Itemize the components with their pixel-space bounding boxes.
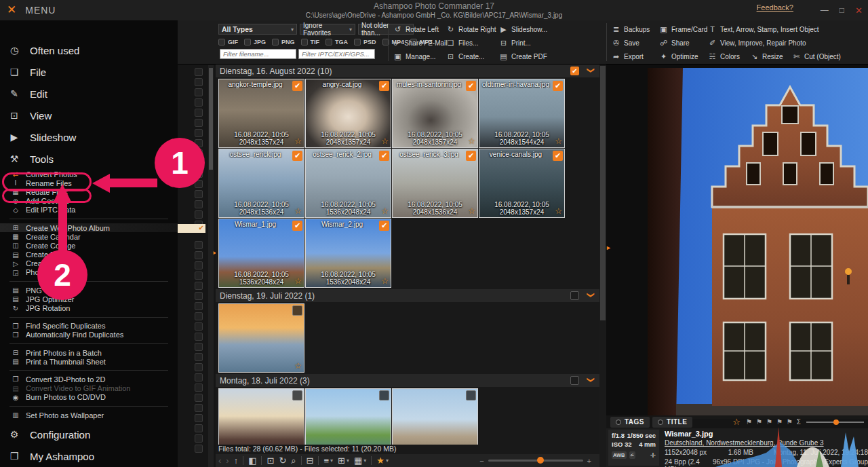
folder-checkbox[interactable] bbox=[195, 404, 203, 412]
photo-checkbox[interactable]: ✔ bbox=[379, 151, 389, 161]
tool-cut-object[interactable]: ✄Cut (Object) bbox=[792, 52, 846, 61]
folder-checkbox[interactable] bbox=[195, 98, 203, 107]
menu-item-jpg-optimizer[interactable]: ▤JPG Optimizer bbox=[0, 295, 178, 303]
tab-tags[interactable]: TAGS bbox=[610, 417, 650, 428]
menu-item-configuration[interactable]: ⚙Configuration bbox=[0, 424, 178, 445]
meta-filter-input[interactable] bbox=[298, 49, 375, 59]
action-create[interactable]: ⊡Create... bbox=[446, 50, 499, 63]
favorites-filter-dropdown[interactable]: Ignore Favorites ▾ bbox=[300, 24, 355, 35]
flag-2-icon[interactable]: ⚑ bbox=[756, 418, 762, 426]
flag-4-icon[interactable]: ⚑ bbox=[776, 418, 783, 426]
photo-checkbox[interactable] bbox=[292, 305, 302, 316]
menu-item-find-specific-duplicates[interactable]: ❐Find Specific Duplicates bbox=[0, 322, 178, 331]
selected-folder-row[interactable]: ✔ bbox=[178, 224, 205, 233]
folder-checkbox[interactable] bbox=[195, 109, 203, 117]
favorite-star-icon[interactable]: ☆ bbox=[381, 206, 389, 216]
back-icon[interactable]: ‹ bbox=[218, 455, 221, 466]
action-share-e-mail[interactable]: ☍Share / E-Mail bbox=[393, 36, 446, 50]
menu-item-create-calendar[interactable]: ▦Create Calendar bbox=[0, 232, 178, 241]
menu-item-view[interactable]: ⊡View bbox=[0, 105, 178, 126]
folder-checkbox[interactable] bbox=[195, 343, 203, 351]
photo-thumbnail[interactable]: ☆ bbox=[218, 303, 304, 373]
zoom-slider[interactable] bbox=[488, 460, 583, 462]
menu-item-print-photos-in-a-batch[interactable]: ⊟Print Photos in a Batch bbox=[0, 348, 178, 357]
folder-checkbox[interactable] bbox=[195, 292, 203, 300]
favorite-star-icon[interactable]: ☆ bbox=[294, 361, 302, 371]
folder-checkbox[interactable] bbox=[195, 190, 203, 198]
flag-3-icon[interactable]: ⚑ bbox=[766, 418, 772, 426]
menu-item-often-used[interactable]: ◷Often used bbox=[0, 39, 178, 61]
photo-checkbox[interactable]: ✔ bbox=[466, 151, 476, 161]
menu-item-create-web-photo-album[interactable]: ⊞Create Web Photo Album bbox=[0, 223, 178, 232]
menu-item-file[interactable]: ❏File bbox=[0, 61, 178, 83]
folder-checkbox[interactable] bbox=[195, 394, 203, 402]
folder-checkbox[interactable] bbox=[195, 282, 203, 290]
action-slideshow[interactable]: ▶Slideshow... bbox=[499, 22, 560, 36]
tool-export[interactable]: ➦Export bbox=[612, 52, 659, 61]
magnifier-icon[interactable]: ⌕ bbox=[291, 455, 296, 466]
folder-checkbox[interactable] bbox=[195, 210, 203, 219]
favorite-star-icon[interactable]: ☆ bbox=[732, 417, 741, 427]
photo-checkbox[interactable]: ✔ bbox=[553, 81, 563, 91]
photo-checkbox[interactable]: ✔ bbox=[379, 81, 389, 91]
photo-checkbox[interactable] bbox=[292, 390, 302, 400]
photo-checkbox[interactable]: ✔ bbox=[292, 221, 302, 231]
minimize-button[interactable]: — bbox=[821, 5, 829, 15]
forward-icon[interactable]: › bbox=[226, 455, 229, 466]
folder-checkbox[interactable] bbox=[195, 272, 203, 280]
folder-checkbox[interactable] bbox=[195, 78, 203, 86]
photo-thumbnail-wismar-1-jpg[interactable]: Wismar_1.jpg✔16.08.2022, 10:051536x2048x… bbox=[218, 219, 304, 288]
favorite-star-icon[interactable]: ☆ bbox=[555, 136, 562, 146]
photo-thumbnail-venice-canals-jpg[interactable]: venice-canals.jpg✔16.08.2022, 10:052048x… bbox=[479, 149, 565, 218]
folder-checkbox[interactable] bbox=[195, 353, 203, 361]
tab-title[interactable]: TITLE bbox=[652, 417, 692, 428]
action-rotate-left[interactable]: ↺Rotate Left bbox=[393, 22, 446, 36]
photo-thumbnail[interactable] bbox=[305, 388, 391, 445]
tool-colors[interactable]: ☵Colors bbox=[708, 52, 750, 61]
photo-thumbnail-ostsee-rerick-2-jpg[interactable]: ostsee_rerick_2.jpg✔16.08.2022, 10:05153… bbox=[305, 149, 391, 218]
menu-item-automatically-find-duplicates[interactable]: ❐Automatically Find Duplicates bbox=[0, 331, 178, 339]
tool-frame-card[interactable]: ▣Frame/Card bbox=[659, 25, 708, 34]
maximize-button[interactable]: □ bbox=[840, 5, 844, 15]
photo-checkbox[interactable]: ✔ bbox=[553, 151, 563, 161]
menu-item-my-ashampoo[interactable]: ❒My Ashampoo bbox=[0, 445, 178, 467]
sum-icon[interactable]: Σ bbox=[797, 418, 801, 426]
folder-checkbox[interactable] bbox=[195, 302, 203, 310]
refresh-icon[interactable]: ↻ bbox=[279, 455, 286, 466]
format-checkbox-tga[interactable]: TGA bbox=[326, 39, 348, 45]
format-checkbox-jpg[interactable]: JPG bbox=[244, 39, 266, 45]
menu-item-photo-m[interactable]: ◲Photo-M bbox=[0, 268, 178, 277]
format-checkbox-psd[interactable]: PSD bbox=[354, 39, 376, 45]
flag-5-icon[interactable]: ⚑ bbox=[787, 418, 793, 426]
group-checkbox[interactable] bbox=[570, 291, 579, 300]
menu-item-print-a-thumbnail-sheet[interactable]: ▤Print a Thumbnail Sheet bbox=[0, 357, 178, 366]
photo-thumbnail-angkor-temple-jpg[interactable]: angkor-temple.jpg✔16.08.2022, 10:052048x… bbox=[218, 79, 304, 148]
action-print[interactable]: ⊟Print... bbox=[499, 36, 560, 50]
menu-item-create-pan[interactable]: ▤Create Pan bbox=[0, 250, 178, 259]
folder-checkbox[interactable] bbox=[195, 241, 203, 249]
menu-item-burn-photos-to-cd-dvd[interactable]: ◉Burn Photos to CD/DVD bbox=[0, 393, 178, 402]
folder-checkbox[interactable] bbox=[195, 363, 203, 371]
favorite-star-icon[interactable]: ☆ bbox=[468, 136, 475, 146]
folder-checkbox[interactable] bbox=[195, 312, 203, 320]
action-manage[interactable]: ▣Manage... bbox=[393, 50, 446, 63]
favorite-star-icon[interactable]: ☆ bbox=[555, 206, 562, 216]
menu-item-png-optimizer[interactable]: ▤PNG Optimizer bbox=[0, 286, 178, 295]
tool-optimize[interactable]: ✦Optimize bbox=[659, 52, 708, 61]
group-checkbox[interactable] bbox=[570, 376, 579, 385]
preview-zoom-slider[interactable] bbox=[806, 422, 864, 423]
favorite-star-icon[interactable]: ☆ bbox=[294, 206, 302, 216]
photo-thumbnail[interactable] bbox=[392, 388, 478, 445]
favorite-star-icon[interactable]: ☆ bbox=[294, 276, 302, 286]
format-checkbox-tif[interactable]: TIF bbox=[301, 39, 320, 45]
favorite-star-icon[interactable]: ☆ bbox=[381, 276, 389, 286]
folder-checkbox[interactable] bbox=[195, 434, 203, 443]
folder-icon[interactable]: ⊟ bbox=[307, 455, 314, 466]
dual-pane-icon[interactable]: ◧ bbox=[248, 455, 256, 466]
photo-checkbox[interactable]: ✔ bbox=[292, 151, 302, 161]
menu-item-convert-video-to-gif-animation[interactable]: ▤Convert Video to GIF Animation bbox=[0, 384, 178, 393]
photo-thumbnail-oldtimer-in-havana-jpg[interactable]: oldtimer-in-havana.jpg✔16.08.2022, 10:05… bbox=[479, 79, 565, 148]
up-icon[interactable]: ↑ bbox=[234, 455, 239, 466]
folder-checkbox[interactable] bbox=[195, 414, 203, 422]
zoom-in-button[interactable]: + bbox=[587, 457, 591, 465]
